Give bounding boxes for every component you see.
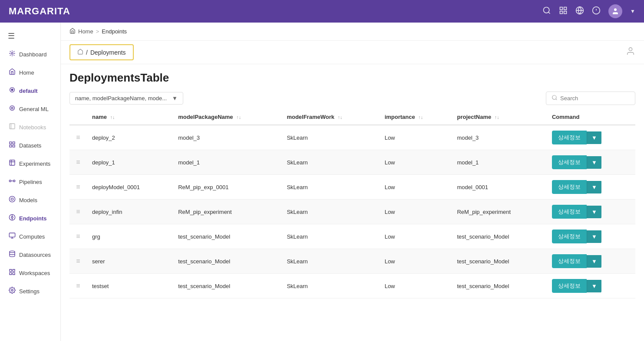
deployments-table: name ↑↓ modelPackageName ↑↓ modelFrameWo… — [69, 109, 635, 298]
command-btn-chevron[interactable]: ▼ — [587, 181, 601, 193]
sidebar-item-endpoints[interactable]: Endpoints — [3, 210, 58, 227]
hamburger-menu-icon[interactable]: ☰ — [0, 27, 60, 45]
search-icon — [552, 95, 558, 102]
deployments-tab-home-icon — [77, 49, 83, 56]
cell-importance: Low — [380, 150, 452, 175]
command-button[interactable]: 상세정보 ▼ — [552, 155, 601, 169]
command-btn-main[interactable]: 상세정보 — [552, 279, 587, 293]
cell-name: testset — [87, 274, 173, 298]
th-importance[interactable]: importance ↑↓ — [380, 109, 452, 125]
command-btn-chevron[interactable]: ▼ — [587, 131, 601, 144]
th-name[interactable]: name ↑↓ — [87, 109, 173, 125]
sidebar-item-datasources[interactable]: Datasources — [3, 246, 58, 263]
sort-icon-modelpackagename[interactable]: ↑↓ — [236, 115, 241, 120]
sort-icon-modelframework[interactable]: ↑↓ — [338, 115, 343, 120]
sidebar-item-label: default — [19, 88, 38, 94]
cell-modelpackagename: model_1 — [173, 150, 281, 175]
settings-icon — [9, 287, 16, 295]
th-projectname[interactable]: projectName ↑↓ — [452, 109, 546, 125]
deployments-tab-label: Deployments — [90, 49, 126, 56]
sidebar-item-settings[interactable]: Settings — [3, 282, 58, 300]
row-drag-icon: ≡ — [69, 125, 87, 150]
cell-name: deploy_1 — [87, 150, 173, 175]
sidebar-item-general-ml[interactable]: General ML — [3, 100, 58, 118]
command-button[interactable]: 상세정보 ▼ — [552, 205, 601, 219]
cell-modelpackagename: test_scenario_Model — [173, 274, 281, 298]
command-btn-main[interactable]: 상세정보 — [552, 230, 587, 243]
page-header-user-icon[interactable] — [626, 46, 635, 58]
sidebar-item-label: Notebooks — [19, 124, 46, 131]
command-btn-chevron[interactable]: ▼ — [587, 206, 601, 218]
datasources-icon — [9, 250, 16, 259]
th-importance-label: importance — [385, 114, 415, 120]
th-modelpackagename[interactable]: modelPackageName ↑↓ — [173, 109, 281, 125]
cell-command: 상세정보 ▼ — [547, 125, 635, 150]
command-btn-main[interactable]: 상세정보 — [552, 155, 587, 169]
command-button[interactable]: 상세정보 ▼ — [552, 131, 601, 144]
svg-point-23 — [9, 180, 11, 182]
th-command: Command — [547, 109, 635, 125]
user-avatar[interactable] — [608, 4, 622, 18]
grid-icon[interactable] — [559, 6, 568, 17]
th-modelframework[interactable]: modelFrameWork ↑↓ — [281, 109, 379, 125]
sidebar-item-home[interactable]: Home — [3, 64, 58, 81]
table-scroll-container[interactable]: name ↑↓ modelPackageName ↑↓ modelFrameWo… — [69, 109, 635, 341]
sidebar-item-workspaces[interactable]: Workspaces — [3, 264, 58, 282]
command-button[interactable]: 상세정보 ▼ — [552, 254, 601, 268]
sidebar-item-experiments[interactable]: Experiments — [3, 155, 58, 172]
globe-icon[interactable] — [575, 6, 584, 17]
info-icon[interactable] — [592, 6, 601, 17]
sort-icon-importance[interactable]: ↑↓ — [418, 115, 423, 120]
cell-projectname: ReM_pip_experiment — [452, 200, 546, 224]
sort-icon-projectname[interactable]: ↑↓ — [495, 115, 499, 120]
sidebar-item-label: Experiments — [19, 161, 50, 167]
search-icon[interactable] — [542, 6, 551, 17]
sidebar-item-dashboard[interactable]: Dashboard — [3, 46, 58, 63]
content-area: Home > Endpoints / Deployments Deploymen… — [61, 23, 644, 341]
home-icon — [9, 68, 16, 77]
app-title: MARGARITA — [9, 6, 542, 17]
svg-rect-3 — [564, 7, 567, 10]
command-button[interactable]: 상세정보 ▼ — [552, 279, 601, 293]
command-button[interactable]: 상세정보 ▼ — [552, 230, 601, 243]
dropdown-chevron-icon[interactable]: ▼ — [630, 8, 635, 14]
cell-importance: Low — [380, 200, 452, 224]
sidebar-item-models[interactable]: Models — [3, 191, 58, 209]
svg-point-12 — [11, 52, 13, 54]
command-btn-chevron[interactable]: ▼ — [587, 156, 601, 169]
svg-point-38 — [552, 95, 556, 99]
command-btn-chevron[interactable]: ▼ — [587, 255, 601, 268]
sidebar-item-default[interactable]: default — [3, 82, 58, 99]
command-btn-chevron[interactable]: ▼ — [587, 280, 601, 292]
svg-rect-4 — [560, 11, 563, 13]
row-drag-icon: ≡ — [69, 150, 87, 175]
cell-name: deploy_infin — [87, 200, 173, 224]
sort-icon-name[interactable]: ↑↓ — [110, 115, 115, 120]
svg-point-36 — [11, 289, 13, 291]
column-select-chevron-icon: ▼ — [172, 95, 178, 102]
command-button[interactable]: 상세정보 ▼ — [552, 180, 601, 194]
svg-point-24 — [13, 180, 15, 182]
command-btn-chevron[interactable]: ▼ — [587, 230, 601, 243]
command-btn-main[interactable]: 상세정보 — [552, 180, 587, 194]
sidebar-item-label: Endpoints — [19, 215, 47, 222]
sidebar-item-pipelines[interactable]: Pipelines — [3, 173, 58, 190]
svg-rect-19 — [10, 142, 12, 144]
command-btn-main[interactable]: 상세정보 — [552, 254, 587, 268]
search-input[interactable] — [560, 95, 630, 102]
table-row: ≡ deployModel_0001 ReM_pip_exp_0001 SkLe… — [69, 175, 635, 200]
row-drag-icon: ≡ — [69, 200, 87, 224]
table-area: DeploymentsTable name, modelPackageName,… — [61, 64, 644, 341]
breadcrumb-home-link[interactable]: Home — [78, 28, 93, 35]
sidebar-item-label: Datasets — [19, 142, 41, 149]
sidebar-item-computes[interactable]: Computes — [3, 228, 58, 245]
deployments-tab[interactable]: / Deployments — [69, 44, 134, 60]
sidebar-item-datasets[interactable]: Datasets — [3, 137, 58, 154]
sidebar-item-label: Settings — [19, 288, 40, 295]
command-btn-main[interactable]: 상세정보 — [552, 205, 587, 219]
table-header: name ↑↓ modelPackageName ↑↓ modelFrameWo… — [69, 109, 635, 125]
column-select-dropdown[interactable]: name, modelPackageName, mode... ▼ — [69, 92, 183, 105]
breadcrumb-current: Endpoints — [102, 28, 127, 35]
command-btn-main[interactable]: 상세정보 — [552, 131, 587, 144]
svg-rect-5 — [564, 11, 567, 13]
